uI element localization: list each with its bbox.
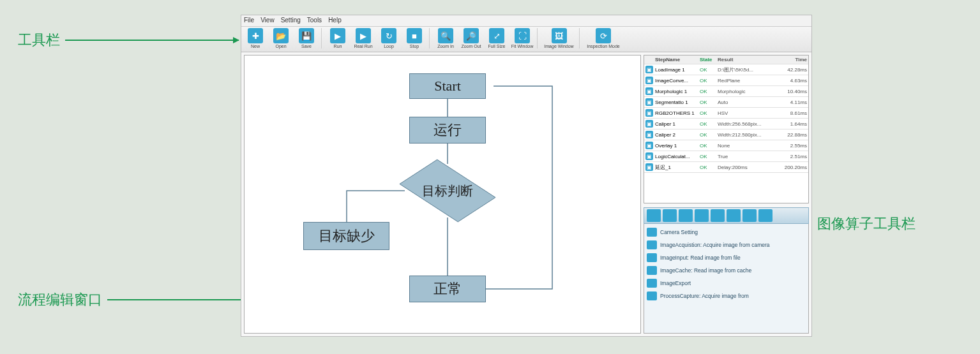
step-name: Caliper 1 (655, 121, 700, 127)
step-grid-header: StepName State Result Time (644, 55, 808, 64)
step-result: HSV (718, 110, 783, 116)
step-state: OK (700, 100, 718, 105)
step-grid-row[interactable]: ▣延迟_1OKDelay:200ms200.20ms (644, 162, 808, 173)
step-result: RedPlane (718, 78, 783, 84)
annotation-image-operator-toolbar-label: 图像算子工具栏 (817, 214, 916, 233)
step-result: Morphologic (718, 89, 783, 94)
step-time: 2.55ms (783, 143, 807, 149)
operator-list[interactable]: Camera SettingImageAcquistion: Acquire i… (644, 224, 809, 334)
step-icon: ▣ (645, 66, 653, 73)
step-name: RGB2OTHERS 1 (655, 110, 700, 116)
flow-node-normal[interactable]: 正常 (409, 276, 486, 302)
step-icon: ▣ (645, 98, 653, 106)
operator-label: ImageAcquistion: Acquire image from came… (660, 242, 770, 248)
step-grid-row[interactable]: ▣Morphologic 1OKMorphologic10.40ms (644, 86, 808, 97)
operator-tool-7[interactable] (743, 209, 757, 222)
zoom-out-icon: 🔎 (464, 28, 479, 43)
zoomout-button[interactable]: 🔎Zoom Out (459, 28, 483, 48)
open-button[interactable]: 📂Open (269, 28, 293, 48)
main-toolbar: ✚New 📂Open 💾Save ▶Run ▶Real Run ↻Loop ■S… (241, 27, 811, 52)
step-result: True (718, 154, 783, 159)
step-name: Caliper 2 (655, 132, 700, 138)
step-grid-row[interactable]: ▣Overlay 1OKNone2.55ms (644, 140, 808, 151)
operator-label: ImageInput: Read image from file (660, 254, 741, 261)
image-operator-toolbar (644, 207, 809, 224)
step-state: OK (700, 78, 718, 84)
menu-setting[interactable]: Setting (281, 17, 301, 25)
flow-node-missing[interactable]: 目标缺少 (303, 222, 389, 250)
step-icon: ▣ (645, 120, 653, 128)
menu-help[interactable]: Help (328, 17, 342, 25)
step-grid-row[interactable]: ▣Caliper 2OKWidth:212.580pix...22.88ms (644, 129, 808, 140)
step-result: Delay:200ms (718, 165, 783, 170)
operator-tool-1[interactable] (647, 209, 661, 222)
operator-list-item[interactable]: ImageInput: Read image from file (645, 251, 807, 264)
operator-tool-2[interactable] (663, 209, 677, 222)
step-state: OK (700, 165, 718, 170)
operator-list-item[interactable]: ImageExport (645, 277, 807, 290)
inspectionmode-button[interactable]: ⟳Inspection Mode (584, 28, 623, 48)
operator-tool-3[interactable] (679, 209, 693, 222)
step-state: OK (700, 121, 718, 127)
step-icon: ▣ (645, 142, 653, 149)
operator-tool-5[interactable] (711, 209, 725, 222)
operator-tool-6[interactable] (727, 209, 741, 222)
operator-list-item[interactable]: Camera Setting (645, 226, 807, 239)
step-result: Width:212.580pix... (718, 132, 783, 138)
step-time: 8.61ms (783, 110, 807, 116)
flow-node-start[interactable]: Start (409, 73, 486, 99)
fullsize-button[interactable]: ⤢Full Size (485, 28, 509, 48)
flow-node-decision-label: 目标判断 (406, 164, 489, 218)
step-time: 4.63ms (783, 78, 807, 84)
operator-tool-4[interactable] (695, 209, 709, 222)
flow-node-decision[interactable]: 目标判断 (406, 164, 489, 218)
stop-button[interactable]: ■Stop (402, 28, 426, 48)
step-icon: ▣ (645, 131, 653, 138)
operator-icon (647, 228, 657, 237)
step-time: 4.11ms (783, 100, 807, 105)
new-button[interactable]: ✚New (243, 28, 268, 48)
menu-view[interactable]: View (260, 17, 275, 25)
step-grid-row[interactable]: ▣ImageConve...OKRedPlane4.63ms (644, 75, 808, 86)
realrun-button[interactable]: ▶Real Run (351, 28, 375, 48)
step-result: Auto (718, 100, 783, 105)
flow-node-normal-label: 正常 (433, 279, 462, 299)
step-state: OK (700, 110, 718, 116)
operator-list-item[interactable]: ProcessCapture: Acquire image from (645, 290, 807, 302)
save-button[interactable]: 💾Save (294, 28, 319, 48)
loop-button[interactable]: ↻Loop (377, 28, 401, 48)
step-time: 200.20ms (783, 165, 807, 170)
step-grid-row[interactable]: ▣Segmentatio 1OKAuto4.11ms (644, 97, 808, 108)
operator-icon (647, 279, 657, 288)
fit-window-icon: ⛶ (515, 28, 530, 43)
step-name: Morphologic 1 (655, 89, 700, 94)
step-state: OK (700, 89, 718, 94)
flow-node-run[interactable]: 运行 (409, 117, 486, 144)
operator-list-item[interactable]: ImageCache: Read image from cache (645, 264, 807, 277)
step-result: None (718, 143, 783, 149)
zoomin-button[interactable]: 🔍Zoom In (433, 28, 458, 48)
menu-tools[interactable]: Tools (307, 17, 322, 25)
step-name: 延迟_1 (655, 164, 700, 171)
step-result: D:\图片\5K\5d... (718, 66, 783, 73)
flow-editor-canvas[interactable]: Start 运行 目标判断 目标缺少 正常 (244, 55, 641, 334)
annotation-toolbar-label: 工具栏 (18, 31, 60, 50)
step-grid-row[interactable]: ▣LoadImage 1OKD:\图片\5K\5d...42.28ms (644, 64, 808, 75)
new-icon: ✚ (248, 28, 263, 43)
annotation-flow-editor-label: 流程编辑窗口 (18, 290, 102, 309)
step-grid-row[interactable]: ▣LogicCalculat...OKTrue2.51ms (644, 151, 808, 162)
step-time: 2.51ms (783, 154, 807, 159)
step-name: LogicCalculat... (655, 154, 700, 159)
zoom-in-icon: 🔍 (438, 28, 453, 43)
imagewindow-button[interactable]: 🖼Image Window (541, 28, 577, 48)
step-grid[interactable]: StepName State Result Time ▣LoadImage 1O… (644, 55, 809, 203)
step-icon: ▣ (645, 109, 653, 117)
run-button[interactable]: ▶Run (326, 28, 350, 48)
fitwindow-button[interactable]: ⛶Fit Window (510, 28, 534, 48)
step-grid-row[interactable]: ▣Caliper 1OKWidth:256.568pix...1.64ms (644, 119, 808, 129)
step-grid-row[interactable]: ▣RGB2OTHERS 1OKHSV8.61ms (644, 108, 808, 119)
operator-tool-8[interactable] (758, 209, 773, 222)
flow-node-missing-label: 目标缺少 (319, 226, 375, 246)
menu-file[interactable]: File (244, 17, 254, 25)
operator-list-item[interactable]: ImageAcquistion: Acquire image from came… (645, 239, 807, 251)
